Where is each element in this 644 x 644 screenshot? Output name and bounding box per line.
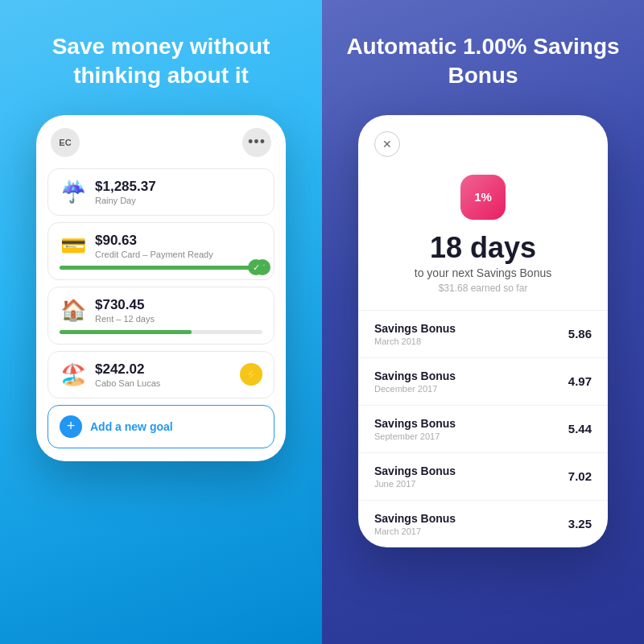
cabo-badge: ⚡	[240, 363, 262, 386]
right-panel: Automatic 1.00% Savings Bonus ✕ 1% 18 da…	[322, 0, 644, 644]
credit-card-label: Credit Card – Payment Ready	[95, 250, 262, 259]
bonus-item-name: Savings Bonus	[374, 512, 456, 525]
close-button[interactable]: ✕	[374, 131, 400, 157]
percent-badge: 1%	[460, 175, 506, 220]
avatar: EC	[51, 128, 80, 157]
credit-card-icon: 💳	[60, 233, 87, 258]
rent-label: Rent – 12 days	[95, 314, 262, 324]
menu-dots-button[interactable]: •••	[242, 128, 271, 157]
cabo-amount: $242.02	[95, 361, 232, 378]
phone-header: EC •••	[47, 128, 275, 157]
bonus-item-name: Savings Bonus	[374, 322, 456, 335]
bonus-item-date: March 2017	[374, 526, 456, 536]
bonus-list: Savings Bonus March 2018 5.86 Savings Bo…	[358, 311, 608, 547]
cabo-label: Cabo San Lucas	[95, 378, 232, 388]
bonus-item-date: March 2018	[374, 336, 456, 346]
credit-card-amount: $90.63	[95, 233, 262, 249]
days-count: 18 days	[430, 231, 536, 265]
goal-card-credit-card[interactable]: 💳 $90.63 Credit Card – Payment Ready ✓	[47, 222, 275, 280]
days-subtitle: to your next Savings Bonus	[415, 266, 551, 279]
bonus-list-item[interactable]: Savings Bonus September 2017 5.44	[358, 406, 608, 453]
bonus-hero: 1% 18 days to your next Savings Bonus $3…	[358, 167, 608, 310]
rainy-day-amount: $1,285.37	[95, 179, 262, 195]
credit-card-progress-bar: ✓	[60, 266, 262, 270]
bonus-item-name: Savings Bonus	[374, 369, 456, 382]
bonus-item-amount: 5.44	[568, 422, 592, 436]
left-panel: Save money without thinking about it EC …	[0, 0, 322, 644]
add-goal-label: Add a new goal	[90, 420, 173, 433]
earned-text: $31.68 earned so far	[439, 283, 528, 294]
rainy-day-label: Rainy Day	[95, 196, 262, 205]
bonus-list-item[interactable]: Savings Bonus March 2018 5.86	[358, 311, 608, 358]
add-goal-plus-icon: +	[60, 415, 82, 438]
add-goal-button[interactable]: + Add a new goal	[47, 405, 275, 448]
rent-amount: $730.45	[95, 297, 262, 313]
phone-right-header: ✕	[358, 131, 608, 157]
bonus-item-date: December 2017	[374, 384, 456, 394]
bonus-item-amount: 7.02	[568, 469, 592, 483]
bonus-item-amount: 5.86	[568, 327, 592, 341]
left-title: Save money without thinking about it	[16, 32, 306, 91]
bonus-item-name: Savings Bonus	[374, 417, 456, 430]
bonus-item-amount: 3.25	[568, 517, 592, 530]
rent-progress-bar	[60, 330, 262, 334]
credit-card-progress-fill: ✓	[60, 266, 262, 270]
right-title: Automatic 1.00% Savings Bonus	[338, 32, 628, 91]
goal-card-rent[interactable]: 🏠 $730.45 Rent – 12 days	[47, 287, 275, 345]
bonus-item-date: June 2017	[374, 479, 456, 489]
cabo-icon: 🏖️	[60, 362, 87, 387]
bonus-list-item[interactable]: Savings Bonus December 2017 4.97	[358, 358, 608, 406]
goal-card-rainy-day[interactable]: ☔ $1,285.37 Rainy Day	[47, 168, 275, 216]
bonus-item-name: Savings Bonus	[374, 464, 456, 477]
rent-progress-fill	[60, 330, 192, 334]
bonus-list-item[interactable]: Savings Bonus March 2017 3.25	[358, 501, 608, 547]
bonus-item-date: September 2017	[374, 431, 456, 441]
rent-icon: 🏠	[60, 298, 87, 323]
bonus-list-item[interactable]: Savings Bonus June 2017 7.02	[358, 453, 608, 501]
phone-left: EC ••• ☔ $1,285.37 Rainy Day 💳 $90.63 Cr…	[36, 115, 286, 461]
rainy-day-icon: ☔	[60, 180, 87, 204]
goal-card-cabo[interactable]: 🏖️ $242.02 Cabo San Lucas ⚡	[47, 351, 275, 398]
bonus-item-amount: 4.97	[568, 374, 592, 388]
phone-right: ✕ 1% 18 days to your next Savings Bonus …	[358, 115, 608, 547]
percent-text: 1%	[474, 190, 492, 204]
